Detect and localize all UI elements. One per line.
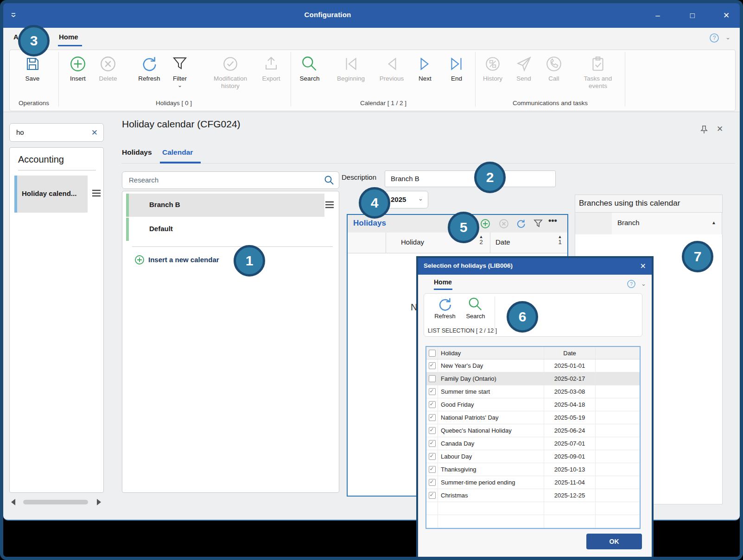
insert-button[interactable]: Insert <box>63 53 93 82</box>
close-page-icon[interactable]: ✕ <box>717 124 723 134</box>
holiday-row[interactable]: Family Day (Ontario)2025-02-17 <box>426 372 640 385</box>
holiday-row[interactable]: Christmas2025-12-25 <box>426 489 640 502</box>
row-checkbox[interactable] <box>429 362 436 369</box>
column-holiday[interactable]: Holiday <box>401 238 424 246</box>
select-all-checkbox-cell[interactable] <box>426 347 438 359</box>
select-all-checkbox[interactable] <box>429 350 436 357</box>
sidebar-item-holiday-calendar[interactable]: Holiday calend... <box>14 176 88 213</box>
holiday-row[interactable]: Thanksgiving2025-10-13 <box>426 463 640 476</box>
scroll-right-arrow-icon[interactable] <box>97 499 101 505</box>
sidebar-horizontal-scrollbar[interactable] <box>10 497 102 508</box>
row-checkbox-cell[interactable] <box>426 424 438 437</box>
row-checkbox-cell[interactable] <box>426 463 438 476</box>
row-checkbox[interactable] <box>429 453 436 460</box>
ok-button[interactable]: OK <box>586 534 642 549</box>
column-branch[interactable]: Branch <box>617 219 640 227</box>
holiday-row[interactable]: Summer time start2025-03-08 <box>426 385 640 398</box>
row-checkbox[interactable] <box>429 401 436 408</box>
item-hamburger-menu-icon[interactable] <box>324 200 335 209</box>
dialog-help-chevron-icon[interactable]: ⌄ <box>641 280 646 287</box>
modification-history-button[interactable]: Modification history <box>208 53 253 89</box>
row-checkbox[interactable] <box>429 440 436 447</box>
research-magnifier-icon[interactable] <box>324 175 334 185</box>
holiday-row[interactable]: National Patriots' Day2025-05-19 <box>426 411 640 424</box>
holiday-date: 2025-05-19 <box>544 411 596 424</box>
column-date[interactable]: Date <box>495 238 510 246</box>
year-dropdown[interactable]: 2025 ⌄ <box>385 191 428 208</box>
delete-button[interactable]: Delete <box>93 53 123 82</box>
hamburger-menu-icon[interactable] <box>91 189 102 198</box>
close-button[interactable]: ✕ <box>718 10 734 22</box>
holiday-row[interactable]: Quebec's National Holiday2025-06-24 <box>426 424 640 437</box>
sidebar-search-input[interactable]: ho ✕ <box>9 123 104 142</box>
help-chevron-down-icon[interactable]: ⌄ <box>725 34 730 41</box>
header-holiday[interactable]: Holiday <box>438 347 544 359</box>
row-checkbox[interactable] <box>429 388 436 395</box>
beginning-button[interactable]: Beginning <box>332 53 369 82</box>
history-button[interactable]: History <box>478 53 508 82</box>
tasks-and-events-button[interactable]: Tasks and events <box>576 53 620 89</box>
holiday-row[interactable]: Summer-time period ending2025-11-04 <box>426 476 640 489</box>
row-checkbox[interactable] <box>429 492 436 499</box>
help-icon[interactable]: ? <box>709 33 719 43</box>
header-date[interactable]: Date <box>544 347 596 359</box>
row-checkbox-cell[interactable] <box>426 359 438 372</box>
dialog-refresh-button[interactable]: Refresh <box>431 296 459 320</box>
row-checkbox[interactable] <box>429 479 436 486</box>
row-checkbox-cell[interactable] <box>426 450 438 463</box>
calendar-item-label[interactable]: Default <box>149 225 173 233</box>
table-header-row[interactable]: Holiday Date <box>426 347 640 359</box>
dialog-help-icon[interactable]: ? <box>627 279 636 289</box>
call-button[interactable]: Call <box>539 53 569 82</box>
dialog-search-button[interactable]: Search <box>461 296 490 320</box>
send-button[interactable]: Send <box>509 53 539 82</box>
search-button[interactable]: Search <box>295 53 324 82</box>
refresh-holidays-icon[interactable] <box>516 219 526 229</box>
tab-calendar[interactable]: Calendar <box>162 148 193 157</box>
ribbon-tab-home[interactable]: Home <box>59 33 78 41</box>
holiday-row[interactable]: Canada Day2025-07-01 <box>426 437 640 450</box>
holiday-row[interactable]: Labour Day2025-09-01 <box>426 450 640 463</box>
branches-column-header[interactable]: Branch ▲ <box>575 212 722 234</box>
previous-button[interactable]: Previous <box>373 53 410 82</box>
export-button[interactable]: Export <box>256 53 286 82</box>
refresh-button[interactable]: Refresh <box>134 53 164 82</box>
end-button[interactable]: End <box>442 53 471 82</box>
calendar-item-label[interactable]: Branch B <box>149 201 180 208</box>
dialog-close-icon[interactable]: ✕ <box>640 262 646 271</box>
row-checkbox-cell[interactable] <box>426 476 438 489</box>
app-menu-icon[interactable] <box>10 12 17 19</box>
insert-calendar-plus-icon[interactable] <box>134 255 145 265</box>
row-checkbox[interactable] <box>429 414 436 421</box>
dialog-tab-home[interactable]: Home <box>434 278 452 286</box>
scroll-left-arrow-icon[interactable] <box>11 499 15 505</box>
next-button[interactable]: Next <box>410 53 440 82</box>
holiday-name: Thanksgiving <box>438 463 544 476</box>
clear-search-icon[interactable]: ✕ <box>91 128 98 138</box>
scrollbar-thumb[interactable] <box>23 500 88 504</box>
tab-holidays[interactable]: Holidays <box>122 148 152 157</box>
holiday-row[interactable]: Good Friday2025-04-18 <box>426 398 640 411</box>
row-checkbox-cell[interactable] <box>426 372 438 385</box>
pin-icon[interactable] <box>700 125 708 134</box>
row-checkbox-cell[interactable] <box>426 489 438 502</box>
more-options-icon[interactable]: ••• <box>548 216 559 226</box>
description-input[interactable]: Branch B <box>385 170 556 187</box>
maximize-button[interactable]: □ <box>685 10 700 22</box>
insert-calendar-link[interactable]: Insert a new calendar <box>148 256 219 264</box>
minimize-button[interactable]: – <box>650 10 666 22</box>
row-checkbox[interactable] <box>429 375 436 382</box>
research-input[interactable]: Research <box>122 171 339 189</box>
save-button[interactable]: Save <box>18 53 47 82</box>
row-checkbox[interactable] <box>429 466 436 473</box>
row-checkbox-cell[interactable] <box>426 411 438 424</box>
remove-holiday-icon[interactable] <box>499 219 509 229</box>
filter-button[interactable]: Filter ⌄ <box>165 53 195 87</box>
add-holiday-icon[interactable] <box>480 219 490 229</box>
row-checkbox-cell[interactable] <box>426 385 438 398</box>
row-checkbox-cell[interactable] <box>426 398 438 411</box>
filter-holidays-icon[interactable] <box>533 219 543 229</box>
row-checkbox-cell[interactable] <box>426 437 438 450</box>
holiday-row[interactable]: New Year's Day2025-01-01 <box>426 359 640 372</box>
row-checkbox[interactable] <box>429 427 436 434</box>
